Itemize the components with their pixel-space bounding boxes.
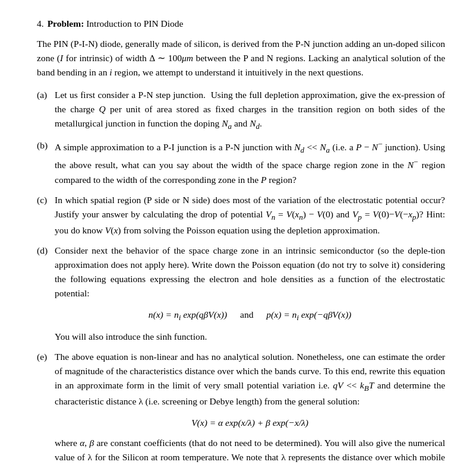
problem-title: Problem: Introduction to PIN Diode [48,17,184,31]
part-e: (e) The above equation is non-linear and… [37,350,445,468]
parts-list: (a) Let us first consider a P-N step jun… [37,88,445,468]
part-a-content: Let us first consider a P-N step junctio… [55,88,445,132]
math-nd-equations: n(x) = ni exp(qβV(x)) and p(x) = ni exp(… [55,308,445,324]
intro-paragraph: The PIN (P-I-N) diode, generally made of… [37,37,445,80]
problem-label-bold: Problem: [48,18,84,29]
part-b-content: A simple approximation to a P-I junction… [55,138,445,186]
part-d: (d) Consider next the behavior of the sp… [37,244,445,344]
part-d-content: Consider next the behavior of the space … [55,244,445,344]
problem-number: 4. [37,17,44,31]
problem-header: 4. Problem: Introduction to PIN Diode [37,17,445,31]
problem-container: 4. Problem: Introduction to PIN Diode Th… [37,17,445,468]
part-a-label: (a) [37,88,51,132]
math-v-equation: V(x) = α exp(x/λ) + β exp(−x/λ) [55,416,445,430]
part-e-footer: where α, β are constant coefficients (th… [55,436,445,468]
and-text: and [240,309,253,320]
part-a: (a) Let us first consider a P-N step jun… [37,88,445,132]
part-b-label: (b) [37,138,51,186]
sinh-line: You will also introduce the sinh functio… [55,330,445,344]
part-e-label: (e) [37,350,51,468]
part-c-label: (c) [37,193,51,238]
part-c-content: In which spatial region (P side or N sid… [55,193,445,238]
part-b: (b) A simple approximation to a P-I junc… [37,138,445,186]
part-c: (c) In which spatial region (P side or N… [37,193,445,238]
part-e-content: The above equation is non-linear and has… [55,350,445,468]
part-d-label: (d) [37,244,51,344]
